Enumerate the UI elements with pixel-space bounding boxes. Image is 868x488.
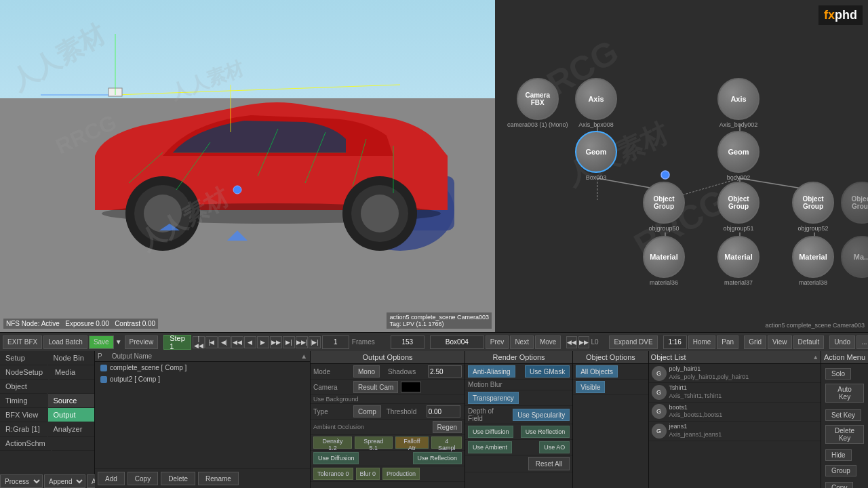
sidebar-item-actionschm-sub[interactable] <box>52 436 94 451</box>
sidebar-item-timing[interactable]: Timing <box>0 394 47 408</box>
threshold-input[interactable]: 0.00 <box>427 405 460 418</box>
sidebar-item-analyzer[interactable]: Analyzer <box>48 422 95 436</box>
use-gmask-button[interactable]: Use GMask <box>525 365 570 378</box>
sidebar-item-nodesetup[interactable]: NodeSetup <box>0 365 48 380</box>
exit-bfx-button[interactable]: EXIT BFX <box>3 336 42 349</box>
add-button[interactable]: Add <box>98 472 125 485</box>
transport-end-button[interactable]: |▶| <box>309 336 321 348</box>
use-ambient-button[interactable]: Use Ambient <box>468 441 512 453</box>
set-key-button[interactable]: Set Key <box>825 409 861 421</box>
process-dropdown[interactable]: Process <box>0 474 43 488</box>
transport-forward-button[interactable]: ▶▶ <box>270 336 282 348</box>
node-obj-group-3[interactable]: ObjectGroup objgroup52 <box>792 182 834 232</box>
save-button[interactable]: Save <box>89 336 114 349</box>
sidebar-item-node-bin[interactable]: Node Bin <box>48 351 95 365</box>
use-reflection-button[interactable]: Use Reflection <box>413 452 462 464</box>
transport-back-button[interactable]: ◀| <box>218 336 231 348</box>
next-button[interactable]: Next <box>510 336 534 349</box>
pan-button[interactable]: Pan <box>717 336 738 349</box>
prev-button[interactable]: Prev <box>486 336 509 349</box>
default-button[interactable]: Default <box>793 336 825 349</box>
transport-prev-frame-button[interactable]: |◀ <box>205 336 218 348</box>
type-value[interactable]: Comp <box>353 405 381 418</box>
sidebar-item-object[interactable]: Object <box>0 380 47 394</box>
expand-dve-button[interactable]: Expand DVE <box>609 336 657 349</box>
copy-action-button[interactable]: Copy <box>825 482 853 488</box>
transport-back-slow-button[interactable]: ◀◀ <box>231 336 243 348</box>
transport-next2-button[interactable]: ▶▶ <box>578 336 589 348</box>
falloff-button[interactable]: Falloff Atr <box>395 436 429 449</box>
node-name-input[interactable]: Box004 <box>430 336 484 349</box>
grid-button[interactable]: Grid <box>744 336 766 349</box>
use-diffusion-button[interactable]: Use Diffusion <box>313 452 359 464</box>
node-list-item-2[interactable]: output2 [ Comp ] <box>95 373 310 385</box>
transport-forward-1-button[interactable]: ▶| <box>283 336 295 348</box>
transparency-button[interactable]: Transparency <box>468 392 519 404</box>
undo-more-button[interactable]: ... <box>856 336 868 349</box>
step-number-input[interactable]: 1 <box>322 336 349 349</box>
visible-button[interactable]: Visible <box>576 381 605 393</box>
spread-button[interactable]: Spread 5.1 <box>355 436 393 449</box>
sidebar-item-bfx-view[interactable]: BFX View <box>0 408 47 422</box>
append-dropdown[interactable]: Append <box>44 474 85 488</box>
node-obj-group-4[interactable]: ObjectGroup <box>841 182 868 224</box>
solo-button[interactable]: Solo <box>825 368 851 380</box>
obj-item-3[interactable]: G boots1 Axis_boots1,boots1 <box>649 403 821 422</box>
use-background-color[interactable] <box>401 382 421 392</box>
anti-aliasing-button[interactable]: Anti-Aliasing <box>468 365 515 378</box>
step-label[interactable]: Step 1 <box>163 335 191 350</box>
obj-item-4[interactable]: G jeans1 Axis_jeans1,jeans1 <box>649 422 821 441</box>
transport-rewind-button[interactable]: |◀◀ <box>193 336 205 348</box>
view-button[interactable]: View <box>768 336 792 349</box>
blur-button[interactable]: Blur 0 <box>356 468 380 480</box>
tolerance-button[interactable]: Tolerance 0 <box>313 468 353 480</box>
use-specularity-button[interactable]: Use Specularity <box>513 409 570 421</box>
sidebar-item-object-sub[interactable] <box>48 380 95 394</box>
node-list-item-1[interactable]: complete_scene [ Comp ] <box>95 362 310 373</box>
obj-item-1[interactable]: G poly_hair01 Axis_poly_hair01,poly_hair… <box>649 364 821 383</box>
node-geom-1[interactable]: Geom Box003 <box>575 131 617 181</box>
density-button[interactable]: Density 1.2 <box>313 436 352 449</box>
node-material-4[interactable]: Ma... <box>841 236 868 278</box>
sidebar-item-media[interactable]: Media <box>50 365 94 380</box>
zoom-input[interactable]: 1:16 <box>663 336 687 349</box>
node-obj-group-2[interactable]: ObjectGroup objgroup51 <box>717 182 760 232</box>
load-batch-button[interactable]: Load Batch <box>43 336 87 349</box>
group-button[interactable]: Group <box>825 465 856 476</box>
node-geom-2[interactable]: Geom body002 <box>717 131 760 181</box>
transport-play-button[interactable]: ▶ <box>257 336 269 348</box>
transport-back-1-button[interactable]: ◀ <box>244 336 256 348</box>
node-graph[interactable]: fxphd RRCG 人人素材 RRCG <box>495 0 868 332</box>
use-reflection-render-button[interactable]: Use Reflection <box>521 426 570 438</box>
node-material-3[interactable]: Material material38 <box>792 236 834 286</box>
home-button[interactable]: Home <box>688 336 716 349</box>
auto-key-button[interactable]: Auto Key <box>825 384 864 403</box>
use-diffusion-render-button[interactable]: Use Diffusion <box>468 426 513 438</box>
sidebar-item-rgrab[interactable]: R:Grab [1] <box>0 422 47 436</box>
transport-prev2-button[interactable]: ◀◀ <box>566 336 577 348</box>
move-button[interactable]: Move <box>535 336 561 349</box>
regen-button[interactable]: Regen <box>433 421 462 433</box>
use-ao-button[interactable]: Use AO <box>539 441 570 453</box>
shadows-input[interactable]: 2.50 <box>428 365 462 378</box>
viewport-3d[interactable]: www.rrcg.cn <box>0 0 495 332</box>
rename-button[interactable]: Rename <box>198 472 239 485</box>
delete-button[interactable]: Delete <box>161 472 195 485</box>
copy-button-node[interactable]: Copy <box>127 472 158 485</box>
sidebar-item-output[interactable]: Output <box>48 408 95 422</box>
sidebar-item-setup[interactable]: Setup <box>0 351 47 365</box>
sidebar-item-actionschm[interactable]: ActionSchm <box>0 436 51 451</box>
frames-input[interactable]: 153 <box>391 336 425 349</box>
node-material-1[interactable]: Material material36 <box>643 236 685 286</box>
camera-value[interactable]: Result Cam <box>353 381 398 393</box>
node-obj-group-1[interactable]: ObjectGroup objgroup50 <box>643 182 685 232</box>
mode-value[interactable]: Mono <box>353 365 380 378</box>
delete-key-button[interactable]: Delete Key <box>825 425 864 444</box>
node-camera-fbx[interactable]: CameraFBX camera003 (1) (Mono) <box>507 78 568 128</box>
undo-button[interactable]: Undo <box>829 336 855 349</box>
samples-button[interactable]: 4 Sampl <box>431 436 462 449</box>
node-axis-2[interactable]: Axis Axis_body002 <box>717 78 760 128</box>
sidebar-item-source[interactable]: Source <box>48 394 95 408</box>
node-axis-1[interactable]: Axis Axis_box008 <box>575 78 617 128</box>
node-material-2[interactable]: Material material37 <box>717 236 760 286</box>
